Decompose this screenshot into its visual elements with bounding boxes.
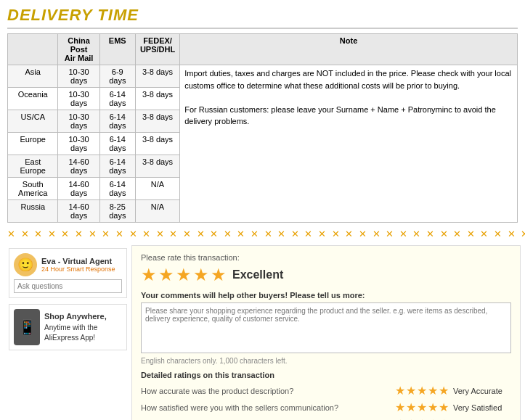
app-promo-line1: Shop Anywhere, (44, 312, 107, 321)
europe-fedex: 3-8 days (135, 133, 179, 155)
note-line2: For Russian customers: please leave your… (184, 105, 496, 126)
app-promo-box: 📱 Shop Anywhere, Anytime with the AliExp… (9, 304, 127, 350)
shipping-stars[interactable]: ★ ★ ★ ★ ★ (395, 417, 449, 420)
agent-subtitle: 24 Hour Smart Response (41, 265, 115, 273)
rating-item-communication: How satisfied were you with the sellers … (141, 400, 511, 414)
east-europe-ems: 6-14 days (99, 155, 135, 178)
col-header-fedex: FEDEX/UPS/DHL (135, 34, 179, 65)
star-5[interactable]: ★ (211, 265, 227, 285)
south-america-ems: 6-14 days (99, 178, 135, 200)
delivery-title: DELIVERY TIME (7, 6, 518, 29)
oceania-ems: 6-14 days (99, 88, 135, 110)
usca-ems: 6-14 days (99, 110, 135, 133)
region-east-europe: East Europe (8, 155, 58, 178)
delivery-table: China PostAir Mail EMS FEDEX/UPS/DHL Not… (7, 33, 518, 223)
star-1[interactable]: ★ (141, 265, 157, 285)
table-row: Asia 10-30 days 6-9 days 3-8 days Import… (8, 65, 518, 88)
overall-rating-row: ★ ★ ★ ★ ★ Excellent (141, 265, 511, 285)
left-sidebar: 🙂 Eva - Virtual Agent 24 Hour Smart Resp… (4, 242, 131, 420)
usca-fedex: 3-8 days (135, 110, 179, 133)
star-4[interactable]: ★ (193, 265, 209, 285)
asia-fedex: 3-8 days (135, 65, 179, 88)
russia-china-post: 14-60 days (58, 200, 99, 223)
rating-item-shipping: How quickly did the seller ship the item… (141, 417, 511, 420)
overall-rating-label: Excellent (232, 268, 283, 281)
east-europe-fedex: 3-8 days (135, 155, 179, 178)
phone-icon: 📱 (14, 309, 40, 345)
region-oceania: Oceania (8, 88, 58, 110)
col-header-china-post: China PostAir Mail (58, 34, 99, 65)
description-stars[interactable]: ★ ★ ★ ★ ★ (395, 384, 449, 398)
region-europe: Europe (8, 133, 58, 155)
agent-info: Eva - Virtual Agent 24 Hour Smart Respon… (41, 257, 115, 273)
overall-stars[interactable]: ★ ★ ★ ★ ★ (141, 265, 227, 285)
region-usca: US/CA (8, 110, 58, 133)
asia-ems: 6-9 days (99, 65, 135, 88)
rating-item-description: How accurate was the product description… (141, 384, 511, 398)
russia-fedex: N/A (135, 200, 179, 223)
detailed-ratings-title: Detailed ratings on this transaction (141, 371, 511, 379)
feedback-section: Please rate this transaction: ★ ★ ★ ★ ★ … (131, 245, 521, 420)
note-line1: Import duties, taxes and charges are NOT… (184, 69, 511, 90)
rate-label: Please rate this transaction: (141, 253, 511, 262)
communication-stars[interactable]: ★ ★ ★ ★ ★ (395, 400, 449, 414)
usca-china-post: 10-30 days (58, 110, 99, 133)
comments-textarea[interactable] (141, 302, 511, 353)
south-america-china-post: 14-60 days (58, 178, 99, 200)
europe-china-post: 10-30 days (58, 133, 99, 155)
asia-china-post: 10-30 days (58, 65, 99, 88)
europe-ems: 6-14 days (99, 133, 135, 155)
col-header-note: Note (180, 34, 518, 65)
agent-question-input[interactable] (14, 279, 122, 293)
agent-name: Eva - Virtual Agent (41, 257, 115, 265)
east-europe-china-post: 14-60 days (58, 155, 99, 178)
oceania-china-post: 10-30 days (58, 88, 99, 110)
col-header-ems: EMS (99, 34, 135, 65)
comments-label: Your comments will help other buyers! Pl… (141, 291, 511, 300)
note-cell: Import duties, taxes and charges are NOT… (180, 65, 518, 223)
virtual-agent-box: 🙂 Eva - Virtual Agent 24 Hour Smart Resp… (9, 248, 127, 298)
oceania-fedex: 3-8 days (135, 88, 179, 110)
decorative-x-row: ✕ ✕ ✕ ✕ ✕ ✕ ✕ ✕ ✕ ✕ ✕ ✕ ✕ ✕ ✕ ✕ ✕ ✕ ✕ ✕ … (0, 226, 525, 242)
communication-label: How satisfied were you with the sellers … (141, 403, 395, 412)
region-russia: Russia (8, 200, 58, 223)
col-header-region (8, 34, 58, 65)
region-asia: Asia (8, 65, 58, 88)
char-count: English characters only. 1,000 character… (141, 357, 511, 365)
description-label: How accurate was the product description… (141, 387, 395, 395)
star-3[interactable]: ★ (176, 265, 192, 285)
agent-header: 🙂 Eva - Virtual Agent 24 Hour Smart Resp… (14, 253, 122, 276)
delivery-section: DELIVERY TIME China PostAir Mail EMS FED… (0, 0, 525, 226)
star-2[interactable]: ★ (158, 265, 174, 285)
russia-ems: 8-25 days (99, 200, 135, 223)
avatar: 🙂 (14, 253, 37, 276)
south-america-fedex: N/A (135, 178, 179, 200)
app-promo-line3: AliExpress App! (44, 334, 95, 342)
app-promo-line2: Anytime with the (44, 324, 97, 332)
communication-value: Very Satisfied (453, 403, 511, 412)
bottom-section: 🙂 Eva - Virtual Agent 24 Hour Smart Resp… (0, 242, 525, 420)
region-south-america: South America (8, 178, 58, 200)
description-value: Very Accurate (453, 387, 511, 395)
app-promo-text: Shop Anywhere, Anytime with the AliExpre… (44, 311, 107, 342)
